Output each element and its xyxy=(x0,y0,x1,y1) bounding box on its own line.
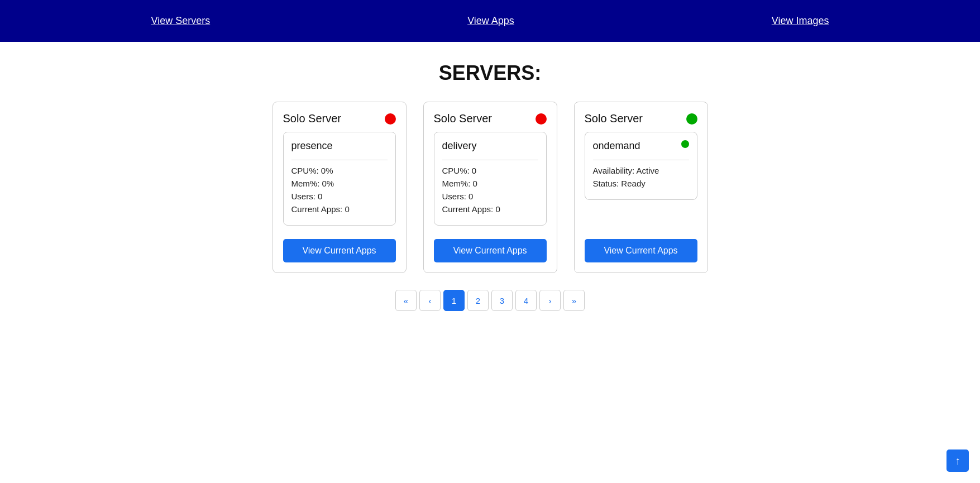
server-status-dot-3 xyxy=(686,113,697,125)
app-info-3-1: Status: Ready xyxy=(593,179,689,188)
app-stat-2-0: CPU%: 0 xyxy=(442,166,538,175)
nav-view-servers[interactable]: View Servers xyxy=(151,15,210,27)
app-info-3-0: Availability: Active xyxy=(593,166,689,175)
pagination-first[interactable]: « xyxy=(395,290,417,311)
server-status-dot-1 xyxy=(385,113,396,125)
app-name-1: presence xyxy=(291,140,333,152)
main-header: View Servers View Apps View Images xyxy=(0,0,980,42)
server-card-2: Solo ServerdeliveryCPU%: 0Mem%: 0Users: … xyxy=(423,102,557,273)
app-stat-1-0: CPU%: 0% xyxy=(291,166,388,175)
server-name-3: Solo Server xyxy=(585,112,643,125)
view-current-apps-button-3[interactable]: View Current Apps xyxy=(585,239,697,262)
app-stat-2-1: Mem%: 0 xyxy=(442,179,538,188)
app-card-3: ondemandAvailability: ActiveStatus: Read… xyxy=(585,132,697,200)
page-title: SERVERS: xyxy=(0,61,980,85)
app-name-2: delivery xyxy=(442,140,477,152)
app-name-3: ondemand xyxy=(593,140,640,152)
app-stat-2-2: Users: 0 xyxy=(442,192,538,201)
server-name-2: Solo Server xyxy=(434,112,493,125)
servers-container: Solo ServerpresenceCPU%: 0%Mem%: 0%Users… xyxy=(0,102,980,273)
app-stat-1-2: Users: 0 xyxy=(291,192,388,201)
app-divider-2 xyxy=(442,160,538,160)
pagination-page-3[interactable]: 3 xyxy=(491,290,513,311)
nav-view-images[interactable]: View Images xyxy=(772,15,829,27)
app-divider-1 xyxy=(291,160,388,160)
server-card-1: Solo ServerpresenceCPU%: 0%Mem%: 0%Users… xyxy=(273,102,407,273)
pagination-page-1[interactable]: 1 xyxy=(443,290,465,311)
server-card-header-3: Solo Server xyxy=(585,112,697,125)
app-stat-1-1: Mem%: 0% xyxy=(291,179,388,188)
server-status-dot-2 xyxy=(536,113,547,125)
server-name-1: Solo Server xyxy=(283,112,342,125)
server-card-3: Solo ServerondemandAvailability: ActiveS… xyxy=(574,102,708,273)
app-status-dot-3 xyxy=(681,140,689,148)
pagination-page-2[interactable]: 2 xyxy=(467,290,489,311)
app-divider-3 xyxy=(593,160,689,160)
app-card-1: presenceCPU%: 0%Mem%: 0%Users: 0Current … xyxy=(283,132,396,226)
pagination-prev[interactable]: ‹ xyxy=(419,290,441,311)
scroll-to-top-button[interactable]: ↑ xyxy=(946,449,969,472)
app-stat-1-3: Current Apps: 0 xyxy=(291,204,388,214)
view-current-apps-button-1[interactable]: View Current Apps xyxy=(283,239,396,262)
pagination: «‹1234›» xyxy=(0,290,980,311)
nav-view-apps[interactable]: View Apps xyxy=(467,15,514,27)
app-stat-2-3: Current Apps: 0 xyxy=(442,204,538,214)
pagination-next[interactable]: › xyxy=(539,290,561,311)
server-card-header-2: Solo Server xyxy=(434,112,547,125)
pagination-page-4[interactable]: 4 xyxy=(515,290,537,311)
view-current-apps-button-2[interactable]: View Current Apps xyxy=(434,239,547,262)
pagination-last[interactable]: » xyxy=(563,290,585,311)
app-card-2: deliveryCPU%: 0Mem%: 0Users: 0Current Ap… xyxy=(434,132,547,226)
server-card-header-1: Solo Server xyxy=(283,112,396,125)
